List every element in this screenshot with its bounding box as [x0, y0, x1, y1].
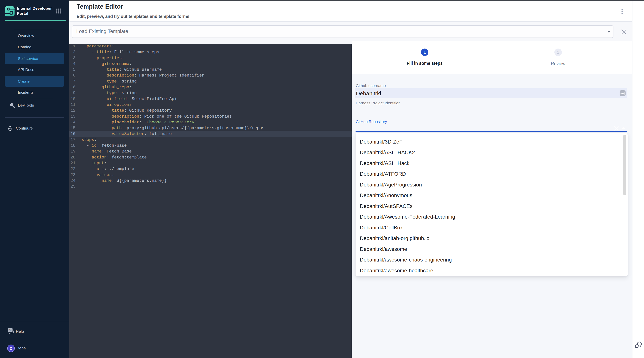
svg-text:?: ?: [9, 328, 11, 332]
